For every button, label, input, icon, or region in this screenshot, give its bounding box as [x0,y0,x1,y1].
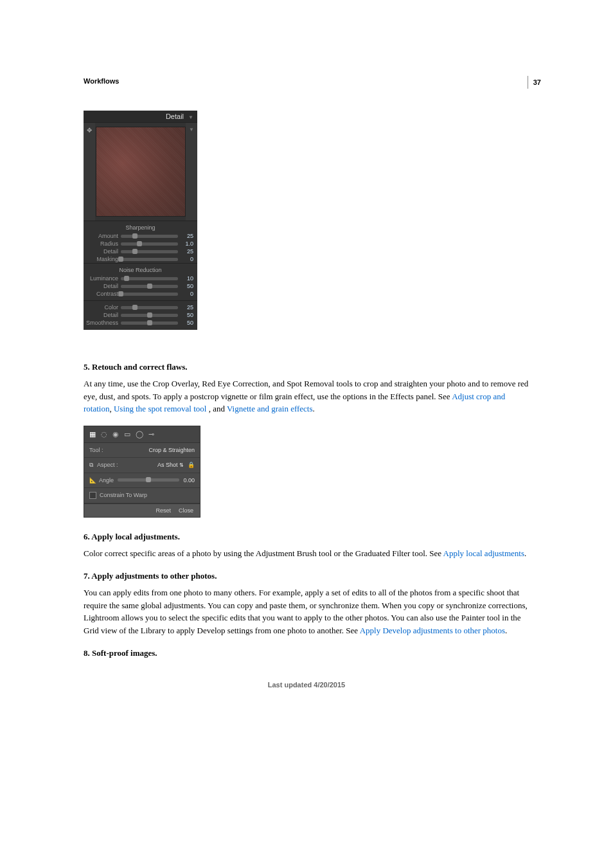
slider-contrast[interactable]: Contrast0 [84,290,197,298]
tool-value: Crop & Straighten [148,447,195,453]
aspect-dropdown[interactable]: As Shot ⇅ [157,462,184,468]
slider-lum-detail[interactable]: Detail50 [84,282,197,290]
step-7-heading: 7. Apply adjustments to other photos. [84,571,529,581]
zoom-picker-icon[interactable]: ✥ [84,123,95,221]
angle-label: Angle [99,477,114,484]
angle-tool-icon[interactable]: 📐 [89,477,96,484]
reset-button[interactable]: Reset [155,507,171,514]
detail-panel-figure: Detail ▼ ✥ ▼ Sharpening Amount25 Radius1… [84,111,197,330]
link-spot-removal[interactable]: Using the spot removal tool [114,404,206,413]
slider-masking[interactable]: Masking0 [84,255,197,263]
noise-reduction-subheading: Noise Reduction [84,263,197,275]
lock-icon[interactable]: 🔒 [188,462,195,468]
spot-removal-tool-icon[interactable]: ◌ [101,430,107,439]
step-5-body: At any time, use the Crop Overlay, Red E… [84,377,529,415]
radial-filter-tool-icon[interactable]: ◯ [136,430,143,439]
slider-color-detail[interactable]: Detail50 [84,311,197,319]
document-page: 37 Workflows Detail ▼ ✥ ▼ Sharpening Amo… [0,0,613,868]
graduated-filter-tool-icon[interactable]: ▭ [124,430,130,439]
step-6-body: Color correct specific areas of a photo … [84,547,529,560]
aspect-label: Aspect : [97,462,118,468]
step-5-heading: 5. Retouch and correct flaws. [84,362,529,372]
step-6-heading: 6. Apply local adjustments. [84,532,529,542]
section-heading-workflows: Workflows [84,77,529,85]
red-eye-tool-icon[interactable]: ◉ [112,430,119,439]
slider-luminance[interactable]: Luminance10 [84,275,197,282]
link-apply-local-adjustments[interactable]: Apply local adjustments [443,548,524,558]
sharpening-subheading: Sharpening [84,221,197,232]
slider-detail[interactable]: Detail25 [84,248,197,255]
link-vignette-grain[interactable]: Vignette and grain effects [227,404,313,413]
crop-tool-icon[interactable]: ▦ [89,430,96,439]
crop-frame-icon[interactable]: ⧉ [89,462,93,468]
step-8-heading: 8. Soft-proof images. [84,648,529,658]
slider-color[interactable]: Color25 [84,303,197,311]
page-number: 37 [528,76,541,89]
slider-amount[interactable]: Amount25 [84,232,197,240]
adjustment-brush-tool-icon[interactable]: ⊸ [148,430,154,439]
close-button[interactable]: Close [179,507,193,514]
crop-panel-figure: ▦ ◌ ◉ ▭ ◯ ⊸ Tool : Crop & Straighten ⧉As… [84,426,200,518]
angle-value: 0.00 [183,477,195,484]
slider-radius[interactable]: Radius1.0 [84,240,197,248]
detail-collapse-icon[interactable]: ▼ [186,123,197,221]
detail-preview-thumbnail[interactable] [96,127,186,217]
link-apply-develop-other-photos[interactable]: Apply Develop adjustments to other photo… [360,626,505,635]
constrain-to-warp-checkbox[interactable]: Constrain To Warp [89,492,147,499]
dropdown-arrows-icon: ⇅ [179,462,184,468]
step-7-body: You can apply edits from one photo to ma… [84,586,529,637]
page-footer: Last updated 4/20/2015 [84,681,529,689]
angle-slider[interactable] [118,478,179,482]
disclosure-triangle-icon: ▼ [188,114,193,120]
detail-panel-title: Detail [166,113,184,120]
tool-label: Tool : [89,447,103,453]
slider-smoothness[interactable]: Smoothness50 [84,319,197,330]
detail-panel-header[interactable]: Detail ▼ [84,111,197,123]
